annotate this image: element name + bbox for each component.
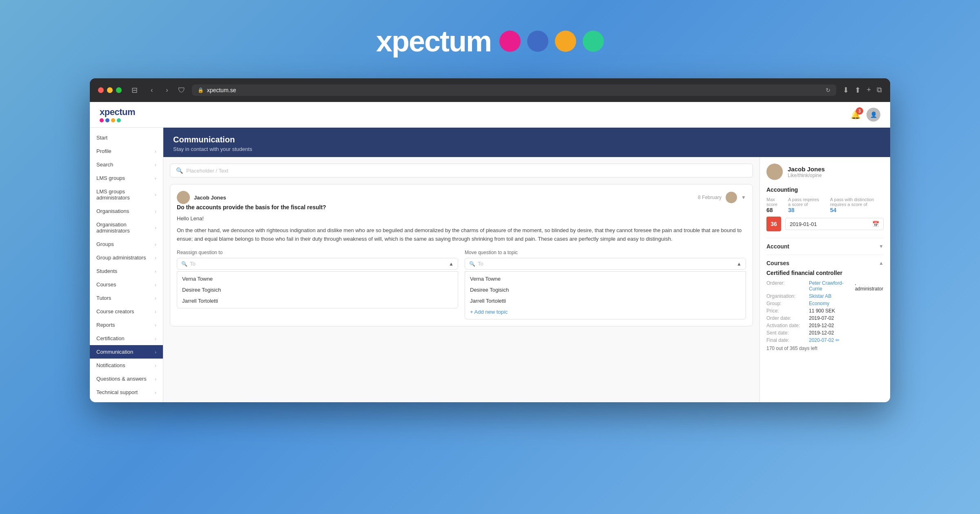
browser-refresh-icon[interactable]: ↻ [826, 87, 831, 93]
sidebar-item-profile[interactable]: Profile › [90, 144, 163, 158]
order-date-row: Order date: 2019-07-02 [766, 315, 884, 321]
reassign-search[interactable]: 🔍 To ▲ [177, 258, 458, 270]
reassign-item-2[interactable]: Desiree Togisich [177, 284, 458, 295]
main-layout: Start Profile › Search › LMS groups › LM… [90, 128, 890, 402]
reassign-item-1[interactable]: Verna Towne [177, 273, 458, 284]
sidebar-item-course-creators[interactable]: Course creators › [90, 305, 163, 318]
user-avatar[interactable]: 👤 [866, 108, 880, 122]
account-section-header[interactable]: Account ▼ [766, 243, 884, 250]
sidebar-item-group-admin[interactable]: Group administrators › [90, 251, 163, 264]
orderer-value[interactable]: Peter Crawford-Currie [809, 280, 853, 292]
account-label: Account [766, 243, 789, 250]
message-header-row: Jacob Jones 8 February ▼ [177, 191, 746, 204]
sidebar-item-certification[interactable]: Certification › [90, 332, 163, 345]
chevron-right-icon: › [155, 255, 156, 260]
browser-minimize-button[interactable] [107, 87, 113, 93]
sidebar-item-groups[interactable]: Groups › [90, 237, 163, 251]
sidebar-item-courses[interactable]: Courses › [90, 278, 163, 291]
price-row: Price: 11 900 SEK [766, 308, 884, 314]
app-logo-dot-2 [105, 118, 109, 122]
move-topic-search[interactable]: 🔍 To ▲ [465, 258, 746, 270]
group-row: Group: Economy [766, 301, 884, 306]
sent-date-label: Sent date: [766, 330, 807, 336]
sidebar-label-org-admin: Organisation administrators [96, 222, 155, 234]
sidebar-label-certification: Certification [96, 335, 125, 341]
sidebar-item-lms-groups[interactable]: LMS groups › [90, 171, 163, 185]
download-icon[interactable]: ⬇ [843, 86, 849, 95]
message-search-bar[interactable]: 🔍 Placeholder / Text [170, 164, 753, 177]
sidebar-item-organisations[interactable]: Organisations › [90, 204, 163, 218]
reassign-item-3[interactable]: Jarrell Tortoletti [177, 295, 458, 306]
browser-address-bar[interactable]: 🔒 xpectum.se ↻ [192, 84, 837, 96]
reassign-search-left: 🔍 To [181, 261, 196, 267]
browser-back-button[interactable]: ‹ [147, 85, 156, 95]
communication-header: Communication Stay in contact with your … [163, 128, 890, 157]
brand-logo-text: xpectum [376, 24, 491, 58]
final-date-row: Final date: 2020-07-02 ✏ [766, 337, 884, 343]
message-sender-avatar [177, 191, 190, 204]
message-recipient-avatar [726, 192, 737, 203]
message-title: Do the accounts provide the basis for th… [177, 204, 746, 210]
reassign-search-icon: 🔍 [181, 261, 187, 267]
brand-dot-pink [499, 31, 521, 52]
organisation-label: Organisation: [766, 293, 807, 299]
lock-icon: 🔒 [198, 87, 204, 93]
right-panel: Jacob Jones Like/think/opine Accounting … [760, 157, 890, 402]
final-date-value: 2020-07-02 [809, 337, 834, 343]
browser-sidebar-toggle[interactable]: ⊟ [128, 84, 141, 96]
share-icon[interactable]: ⬆ [855, 86, 861, 95]
move-topic-item-2[interactable]: Desiree Togisich [465, 284, 746, 295]
move-topic-item-3[interactable]: Jarrell Tortoletti [465, 295, 746, 306]
brand-dot-blue [527, 31, 548, 52]
sidebar-item-technical-support[interactable]: Technical support › [90, 386, 163, 399]
group-value[interactable]: Economy [809, 301, 829, 306]
message-card: Jacob Jones 8 February ▼ Do the accounts… [170, 184, 753, 326]
move-topic-item-1[interactable]: Verna Towne [465, 273, 746, 284]
courses-section-header[interactable]: Courses ▲ [766, 260, 884, 266]
sidebar-label-communication: Communication [96, 349, 133, 355]
brand-dots [499, 31, 604, 52]
days-left: 170 out of 365 days left [766, 346, 884, 351]
left-panel: 🔍 Placeholder / Text Jacob Jones [163, 157, 760, 402]
add-new-topic-link[interactable]: + Add new topic [465, 306, 746, 317]
sidebar-item-start[interactable]: Start [90, 131, 163, 144]
browser-forward-button[interactable]: › [163, 85, 171, 95]
message-sender-name: Jacob Jones [194, 195, 226, 201]
sidebar-item-notifications[interactable]: Notifications › [90, 359, 163, 372]
message-date: 8 February [698, 195, 722, 200]
sidebar-label-groups: Groups [96, 241, 114, 247]
sidebar-item-search[interactable]: Search › [90, 158, 163, 171]
score-row-main: Max score 68 A pass reqeires a score of … [766, 197, 884, 213]
organisation-value[interactable]: Skistar AB [809, 293, 831, 299]
orderer-role: , administrator [855, 280, 884, 292]
reassign-panel: Reassign question to 🔍 To ▲ [177, 250, 458, 319]
notification-bell[interactable]: 🔔 3 [851, 110, 861, 120]
user-profile-section: Jacob Jones Like/think/opine [766, 164, 884, 180]
browser-maximize-button[interactable] [116, 87, 122, 93]
distinction-score-group: A pass with distinction requires a score… [830, 197, 884, 213]
message-body-text: On the other hand, we denounce with righ… [177, 226, 746, 244]
expand-icon[interactable]: ▼ [741, 195, 746, 200]
sidebar-item-lms-groups-admin[interactable]: LMS groups administrators › [90, 185, 163, 204]
courses-label: Courses [766, 260, 789, 266]
browser-shield-icon: 🛡 [178, 86, 185, 95]
app-content: xpectum 🔔 3 👤 [90, 102, 890, 402]
sidebar-item-students[interactable]: Students › [90, 264, 163, 278]
organisation-row: Organisation: Skistar AB [766, 293, 884, 299]
order-date-value: 2019-07-02 [809, 315, 834, 321]
tabs-icon[interactable]: ⧉ [877, 86, 882, 95]
sidebar-item-tutors[interactable]: Tutors › [90, 291, 163, 305]
sidebar-item-reports[interactable]: Reports › [90, 318, 163, 332]
sidebar-item-qa[interactable]: Questions & answers › [90, 372, 163, 386]
edit-pencil-icon[interactable]: ✏ [835, 337, 840, 343]
user-info: Jacob Jones Like/think/opine [788, 166, 825, 178]
price-label: Price: [766, 308, 807, 314]
avatar-initials: 👤 [870, 111, 877, 118]
sidebar-item-communication[interactable]: Communication › [90, 345, 163, 359]
browser-close-button[interactable] [98, 87, 104, 93]
sidebar-item-org-admin[interactable]: Organisation administrators › [90, 218, 163, 237]
new-tab-icon[interactable]: + [866, 86, 871, 95]
sidebar-label-students: Students [96, 268, 117, 274]
app-logo-dot-1 [100, 118, 104, 122]
date-field[interactable]: 2019-01-01 📅 [785, 218, 884, 230]
